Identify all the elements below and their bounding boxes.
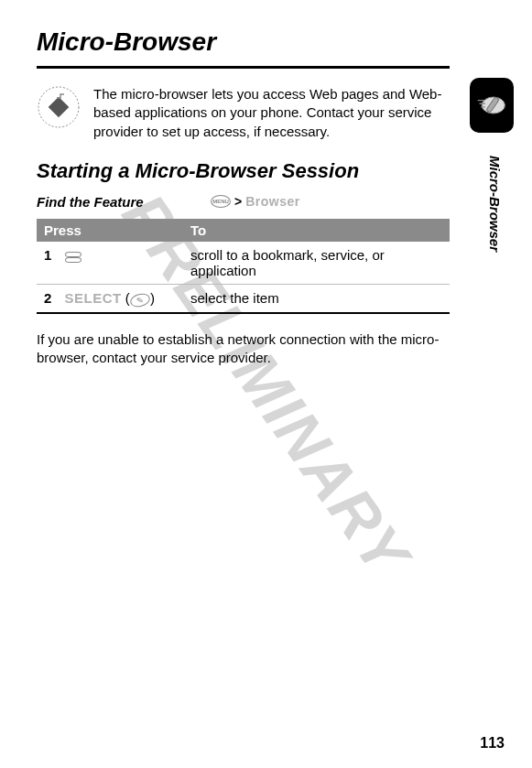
- side-section-label: Micro-Browser: [487, 156, 503, 252]
- title-rule: [37, 66, 450, 69]
- path-separator: >: [234, 194, 242, 209]
- note-text: If you are unable to establish a network…: [37, 330, 450, 368]
- path-target: Browser: [245, 194, 300, 209]
- menu-key-icon: MENU: [211, 195, 231, 208]
- select-key-label: SELECT: [65, 290, 122, 306]
- intro-text: The micro-browser lets you access Web pa…: [93, 85, 450, 141]
- page-title: Micro-Browser: [37, 27, 450, 57]
- svg-rect-1: [49, 97, 70, 118]
- step-number: 1: [44, 247, 51, 263]
- feature-path: MENU > Browser: [211, 194, 300, 209]
- soft-key-icon: ✎: [128, 291, 151, 308]
- network-subscription-icon: [37, 85, 81, 129]
- step-description: scroll to a bookmark, service, or applic…: [183, 242, 450, 285]
- find-feature-label: Find the Feature: [37, 194, 211, 210]
- step-number: 2: [44, 290, 51, 306]
- page-number: 113: [480, 735, 505, 752]
- table-row: 2 SELECT (✎) select the item: [37, 284, 450, 313]
- step-description: select the item: [183, 284, 450, 313]
- table-row: 1 scroll to a bookmark, service, or appl…: [37, 242, 450, 285]
- scroll-key-icon: [65, 248, 81, 264]
- find-feature-row: Find the Feature MENU > Browser: [37, 194, 450, 210]
- steps-table: Press To 1 scroll to a bookmark, service…: [37, 219, 450, 314]
- section-tab-icon: [470, 78, 514, 133]
- table-header-press: Press: [37, 219, 183, 242]
- intro-section: The micro-browser lets you access Web pa…: [37, 85, 450, 141]
- table-header-to: To: [183, 219, 450, 242]
- section-heading: Starting a Micro-Browser Session: [37, 159, 450, 183]
